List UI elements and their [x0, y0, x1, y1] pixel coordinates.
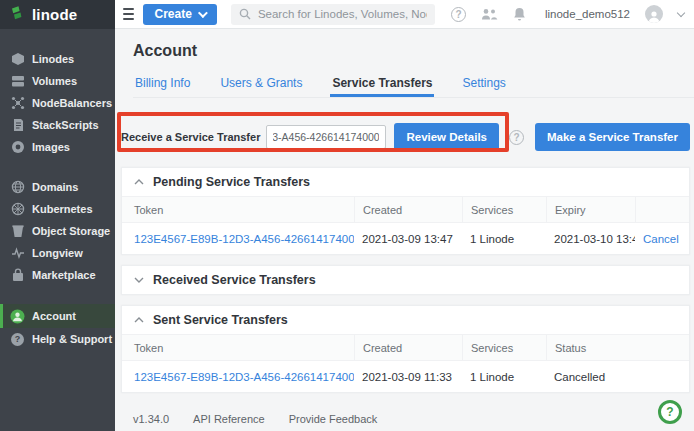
avatar[interactable]	[645, 5, 663, 23]
linode-logo[interactable]: linode	[0, 0, 115, 29]
sidebar-item-label: Marketplace	[32, 269, 96, 281]
nodebalancer-icon	[10, 96, 25, 111]
sidebar-group-services: Domains Kubernetes Object Storage Longvi…	[0, 176, 115, 286]
kubernetes-icon	[10, 202, 25, 217]
community-icon[interactable]	[481, 8, 498, 21]
notifications-bell-icon[interactable]	[513, 7, 526, 21]
sidebar-item-label: Linodes	[32, 53, 74, 65]
column-header-services: Services	[462, 197, 546, 222]
sidebar-item-object-storage[interactable]: Object Storage	[0, 220, 115, 242]
account-menu-chevron-icon[interactable]	[677, 8, 685, 16]
sidebar-group-account: Account Help & Support	[0, 304, 115, 350]
version-label: v1.34.0	[133, 413, 169, 425]
sent-transfers-section: Sent Service Transfers Token Created Ser…	[121, 305, 690, 393]
sent-table-header: Token Created Services Status	[122, 334, 689, 361]
receive-transfer-label: Receive a Service Transfer	[121, 131, 260, 143]
script-icon	[10, 118, 25, 133]
make-service-transfer-button[interactable]: Make a Service Transfer	[535, 123, 690, 151]
column-header-token: Token	[122, 197, 354, 222]
received-section-header[interactable]: Received Service Transfers	[122, 266, 689, 294]
cell-services: 1 Linode	[462, 371, 546, 383]
sent-section-header[interactable]: Sent Service Transfers	[122, 306, 689, 334]
volumes-icon	[10, 74, 25, 89]
sidebar-item-images[interactable]: Images	[0, 136, 115, 158]
tab-service-transfers[interactable]: Service Transfers	[330, 72, 434, 97]
cell-expiry: 2021-03-10 13:47	[546, 233, 635, 245]
topbar-icons: linode_demo512	[451, 5, 684, 23]
sidebar-item-label: NodeBalancers	[32, 97, 112, 109]
api-reference-link[interactable]: API Reference	[193, 413, 265, 425]
column-header-token: Token	[122, 335, 354, 360]
search-icon	[239, 8, 251, 20]
global-search[interactable]	[231, 4, 435, 25]
transfer-token-input[interactable]	[266, 125, 386, 149]
provide-feedback-link[interactable]: Provide Feedback	[289, 413, 378, 425]
tab-billing-info[interactable]: Billing Info	[133, 72, 192, 97]
sidebar-item-label: Images	[32, 141, 70, 153]
section-title: Pending Service Transfers	[153, 175, 310, 189]
sidebar-item-stackscripts[interactable]: StackScripts	[0, 114, 115, 136]
cell-created: 2021-03-09 11:33	[354, 371, 462, 383]
tab-settings[interactable]: Settings	[460, 72, 507, 97]
transfer-help-icon[interactable]	[509, 130, 524, 145]
tab-users-grants[interactable]: Users & Grants	[218, 72, 304, 97]
sidebar-item-volumes[interactable]: Volumes	[0, 70, 115, 92]
transfer-token-link[interactable]: 123E4567-E89B-12D3-A456-426614174000	[134, 233, 354, 245]
help-chat-bubble[interactable]	[658, 400, 682, 424]
sidebar-item-label: Object Storage	[32, 225, 110, 237]
page-title: Account	[133, 42, 694, 60]
cancel-link[interactable]: Cancel	[643, 233, 679, 245]
chevron-up-icon	[134, 317, 144, 323]
image-icon	[10, 140, 25, 155]
sidebar: linode Linodes Volumes NodeBalancers Sta…	[0, 0, 115, 431]
account-icon	[10, 309, 25, 324]
sidebar-group-compute: Linodes Volumes NodeBalancers StackScrip…	[0, 48, 115, 158]
pending-transfers-section: Pending Service Transfers Token Created …	[121, 167, 690, 255]
table-row: 123E4567-E89B-12D3-A456-426614174000 202…	[122, 223, 689, 254]
column-header-expiry: Expiry	[546, 197, 635, 222]
table-row: 123E4567-E89B-12D3-A456-426614174001 202…	[122, 361, 689, 392]
pulse-icon	[10, 246, 25, 261]
column-header-created: Created	[354, 335, 462, 360]
cell-created: 2021-03-09 13:47	[354, 233, 462, 245]
section-title: Sent Service Transfers	[153, 313, 288, 327]
column-header-status: Status	[546, 335, 689, 360]
sidebar-item-label: Domains	[32, 181, 78, 193]
help-circle-icon[interactable]	[451, 7, 466, 22]
search-input[interactable]	[258, 8, 427, 20]
marketplace-icon	[10, 268, 25, 283]
logo-text: linode	[32, 6, 77, 23]
sidebar-item-longview[interactable]: Longview	[0, 242, 115, 264]
sidebar-item-marketplace[interactable]: Marketplace	[0, 264, 115, 286]
sidebar-item-label: Help & Support	[32, 333, 112, 345]
top-bar: Create linode_demo512	[115, 0, 694, 29]
pending-section-header[interactable]: Pending Service Transfers	[122, 168, 689, 196]
review-details-button[interactable]: Review Details	[394, 123, 499, 151]
create-button-label: Create	[155, 7, 192, 21]
sidebar-item-linodes[interactable]: Linodes	[0, 48, 115, 70]
column-header-actions	[635, 197, 689, 222]
column-header-services: Services	[462, 335, 546, 360]
help-icon	[10, 332, 25, 347]
hamburger-menu-icon[interactable]	[123, 8, 134, 20]
sidebar-item-nodebalancers[interactable]: NodeBalancers	[0, 92, 115, 114]
create-button[interactable]: Create	[143, 4, 217, 25]
account-tabs: Billing Info Users & Grants Service Tran…	[133, 72, 694, 98]
username[interactable]: linode_demo512	[545, 8, 630, 20]
cube-icon	[10, 52, 25, 67]
page-footer: v1.34.0 API Reference Provide Feedback	[133, 413, 694, 425]
transfer-token-link[interactable]: 123E4567-E89B-12D3-A456-426614174001	[134, 371, 354, 383]
sidebar-item-label: Longview	[32, 247, 83, 259]
column-header-created: Created	[354, 197, 462, 222]
linode-logo-icon	[10, 5, 26, 25]
sidebar-item-kubernetes[interactable]: Kubernetes	[0, 198, 115, 220]
sidebar-item-domains[interactable]: Domains	[0, 176, 115, 198]
sidebar-item-account[interactable]: Account	[0, 304, 115, 328]
sidebar-item-help-support[interactable]: Help & Support	[0, 328, 115, 350]
cell-status: Cancelled	[546, 371, 689, 383]
main-content: Account Billing Info Users & Grants Serv…	[115, 29, 694, 431]
sidebar-item-label: Volumes	[32, 75, 77, 87]
received-transfers-section: Received Service Transfers	[121, 265, 690, 295]
globe-icon	[10, 180, 25, 195]
cell-services: 1 Linode	[462, 233, 546, 245]
